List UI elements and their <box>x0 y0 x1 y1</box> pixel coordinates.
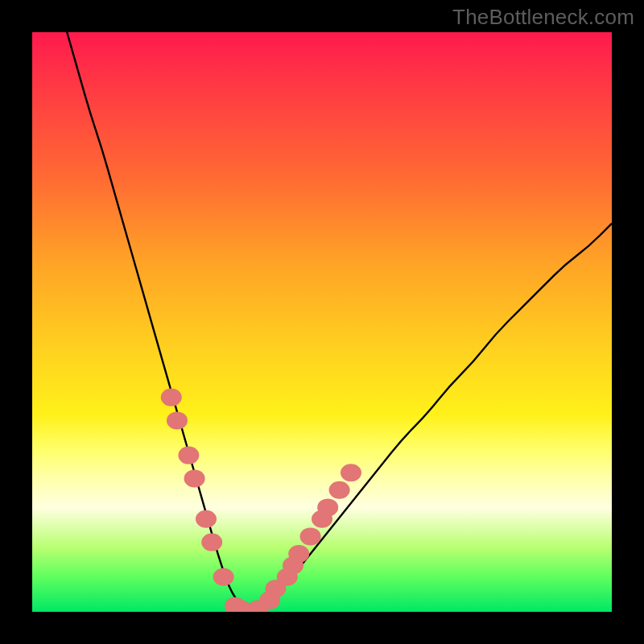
marker-dot <box>317 498 338 516</box>
marker-dot <box>184 469 205 487</box>
marker-dot <box>300 527 321 545</box>
marker-dot <box>329 481 350 499</box>
marker-dot <box>341 464 361 481</box>
bottleneck-chart <box>32 32 612 612</box>
curve-line <box>67 32 612 610</box>
plot-area <box>32 32 612 612</box>
marker-dot <box>196 510 217 528</box>
marker-dot <box>213 568 234 586</box>
marker-dot <box>178 447 199 464</box>
marker-dot <box>167 411 188 429</box>
marker-dot <box>201 534 222 551</box>
markers-left <box>161 389 234 586</box>
marker-dot <box>288 545 309 563</box>
marker-dot <box>161 389 182 407</box>
watermark-text: TheBottleneck.com <box>452 5 634 30</box>
chart-frame: TheBottleneck.com <box>0 0 644 644</box>
markers-right <box>259 464 361 609</box>
